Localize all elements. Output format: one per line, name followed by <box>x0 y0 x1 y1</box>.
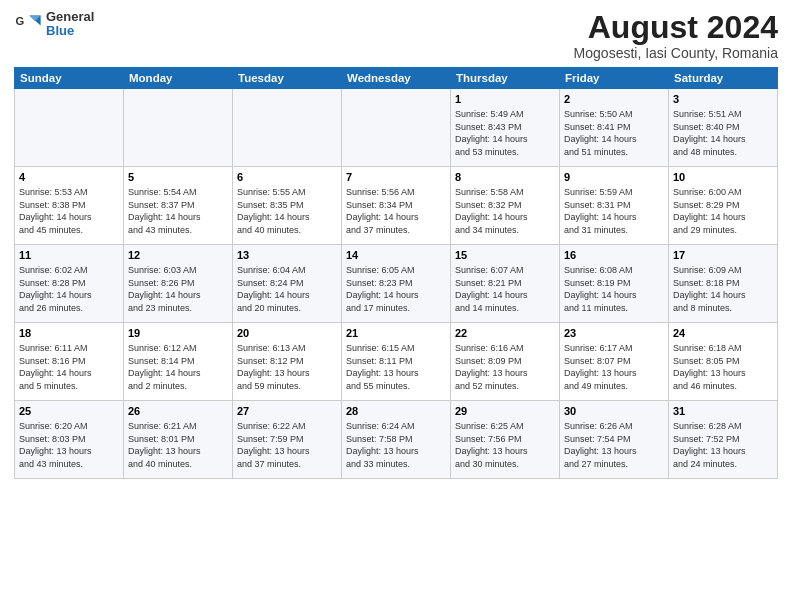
weekday-header-sunday: Sunday <box>15 68 124 89</box>
calendar-cell: 30Sunrise: 6:26 AM Sunset: 7:54 PM Dayli… <box>560 401 669 479</box>
weekday-header-monday: Monday <box>124 68 233 89</box>
day-info: Sunrise: 6:04 AM Sunset: 8:24 PM Dayligh… <box>237 264 337 314</box>
day-number: 21 <box>346 326 446 341</box>
calendar-cell <box>233 89 342 167</box>
day-number: 15 <box>455 248 555 263</box>
day-info: Sunrise: 6:25 AM Sunset: 7:56 PM Dayligh… <box>455 420 555 470</box>
day-info: Sunrise: 6:24 AM Sunset: 7:58 PM Dayligh… <box>346 420 446 470</box>
day-info: Sunrise: 6:08 AM Sunset: 8:19 PM Dayligh… <box>564 264 664 314</box>
day-info: Sunrise: 6:09 AM Sunset: 8:18 PM Dayligh… <box>673 264 773 314</box>
day-info: Sunrise: 6:16 AM Sunset: 8:09 PM Dayligh… <box>455 342 555 392</box>
day-number: 9 <box>564 170 664 185</box>
day-info: Sunrise: 6:11 AM Sunset: 8:16 PM Dayligh… <box>19 342 119 392</box>
day-number: 5 <box>128 170 228 185</box>
calendar-cell: 25Sunrise: 6:20 AM Sunset: 8:03 PM Dayli… <box>15 401 124 479</box>
calendar-cell: 2Sunrise: 5:50 AM Sunset: 8:41 PM Daylig… <box>560 89 669 167</box>
day-number: 2 <box>564 92 664 107</box>
weekday-header-friday: Friday <box>560 68 669 89</box>
day-info: Sunrise: 6:20 AM Sunset: 8:03 PM Dayligh… <box>19 420 119 470</box>
day-info: Sunrise: 5:50 AM Sunset: 8:41 PM Dayligh… <box>564 108 664 158</box>
calendar-cell: 22Sunrise: 6:16 AM Sunset: 8:09 PM Dayli… <box>451 323 560 401</box>
day-number: 19 <box>128 326 228 341</box>
day-number: 20 <box>237 326 337 341</box>
calendar-cell: 10Sunrise: 6:00 AM Sunset: 8:29 PM Dayli… <box>669 167 778 245</box>
logo: G General Blue <box>14 10 94 39</box>
day-info: Sunrise: 6:07 AM Sunset: 8:21 PM Dayligh… <box>455 264 555 314</box>
calendar-week-1: 4Sunrise: 5:53 AM Sunset: 8:38 PM Daylig… <box>15 167 778 245</box>
weekday-header-row: SundayMondayTuesdayWednesdayThursdayFrid… <box>15 68 778 89</box>
header: G General Blue August 2024 Mogosesti, Ia… <box>14 10 778 61</box>
day-info: Sunrise: 6:22 AM Sunset: 7:59 PM Dayligh… <box>237 420 337 470</box>
calendar-cell: 23Sunrise: 6:17 AM Sunset: 8:07 PM Dayli… <box>560 323 669 401</box>
subtitle: Mogosesti, Iasi County, Romania <box>574 45 778 61</box>
day-number: 29 <box>455 404 555 419</box>
calendar-cell: 1Sunrise: 5:49 AM Sunset: 8:43 PM Daylig… <box>451 89 560 167</box>
day-number: 30 <box>564 404 664 419</box>
calendar-cell: 29Sunrise: 6:25 AM Sunset: 7:56 PM Dayli… <box>451 401 560 479</box>
calendar-cell: 31Sunrise: 6:28 AM Sunset: 7:52 PM Dayli… <box>669 401 778 479</box>
day-number: 16 <box>564 248 664 263</box>
calendar-cell: 21Sunrise: 6:15 AM Sunset: 8:11 PM Dayli… <box>342 323 451 401</box>
day-info: Sunrise: 6:21 AM Sunset: 8:01 PM Dayligh… <box>128 420 228 470</box>
day-number: 7 <box>346 170 446 185</box>
day-number: 26 <box>128 404 228 419</box>
calendar-cell <box>124 89 233 167</box>
calendar-cell: 5Sunrise: 5:54 AM Sunset: 8:37 PM Daylig… <box>124 167 233 245</box>
calendar-cell: 11Sunrise: 6:02 AM Sunset: 8:28 PM Dayli… <box>15 245 124 323</box>
calendar-cell: 28Sunrise: 6:24 AM Sunset: 7:58 PM Dayli… <box>342 401 451 479</box>
day-number: 18 <box>19 326 119 341</box>
day-info: Sunrise: 5:54 AM Sunset: 8:37 PM Dayligh… <box>128 186 228 236</box>
day-info: Sunrise: 6:18 AM Sunset: 8:05 PM Dayligh… <box>673 342 773 392</box>
calendar-cell: 14Sunrise: 6:05 AM Sunset: 8:23 PM Dayli… <box>342 245 451 323</box>
calendar-cell: 12Sunrise: 6:03 AM Sunset: 8:26 PM Dayli… <box>124 245 233 323</box>
title-block: August 2024 Mogosesti, Iasi County, Roma… <box>574 10 778 61</box>
calendar-week-4: 25Sunrise: 6:20 AM Sunset: 8:03 PM Dayli… <box>15 401 778 479</box>
calendar-cell: 17Sunrise: 6:09 AM Sunset: 8:18 PM Dayli… <box>669 245 778 323</box>
day-info: Sunrise: 5:51 AM Sunset: 8:40 PM Dayligh… <box>673 108 773 158</box>
day-info: Sunrise: 6:00 AM Sunset: 8:29 PM Dayligh… <box>673 186 773 236</box>
weekday-header-wednesday: Wednesday <box>342 68 451 89</box>
calendar-week-2: 11Sunrise: 6:02 AM Sunset: 8:28 PM Dayli… <box>15 245 778 323</box>
day-info: Sunrise: 6:03 AM Sunset: 8:26 PM Dayligh… <box>128 264 228 314</box>
calendar-cell: 19Sunrise: 6:12 AM Sunset: 8:14 PM Dayli… <box>124 323 233 401</box>
day-info: Sunrise: 6:12 AM Sunset: 8:14 PM Dayligh… <box>128 342 228 392</box>
day-number: 27 <box>237 404 337 419</box>
day-info: Sunrise: 5:56 AM Sunset: 8:34 PM Dayligh… <box>346 186 446 236</box>
logo-general-label: General <box>46 10 94 24</box>
weekday-header-tuesday: Tuesday <box>233 68 342 89</box>
day-number: 11 <box>19 248 119 263</box>
calendar-cell: 4Sunrise: 5:53 AM Sunset: 8:38 PM Daylig… <box>15 167 124 245</box>
calendar-table: SundayMondayTuesdayWednesdayThursdayFrid… <box>14 67 778 479</box>
calendar-cell: 24Sunrise: 6:18 AM Sunset: 8:05 PM Dayli… <box>669 323 778 401</box>
svg-text:G: G <box>15 16 24 28</box>
day-number: 24 <box>673 326 773 341</box>
day-number: 14 <box>346 248 446 263</box>
day-info: Sunrise: 6:02 AM Sunset: 8:28 PM Dayligh… <box>19 264 119 314</box>
day-number: 31 <box>673 404 773 419</box>
day-number: 28 <box>346 404 446 419</box>
day-info: Sunrise: 5:59 AM Sunset: 8:31 PM Dayligh… <box>564 186 664 236</box>
calendar-cell: 15Sunrise: 6:07 AM Sunset: 8:21 PM Dayli… <box>451 245 560 323</box>
day-info: Sunrise: 6:17 AM Sunset: 8:07 PM Dayligh… <box>564 342 664 392</box>
page-container: G General Blue August 2024 Mogosesti, Ia… <box>0 0 792 612</box>
calendar-cell: 13Sunrise: 6:04 AM Sunset: 8:24 PM Dayli… <box>233 245 342 323</box>
day-info: Sunrise: 6:13 AM Sunset: 8:12 PM Dayligh… <box>237 342 337 392</box>
calendar-cell: 9Sunrise: 5:59 AM Sunset: 8:31 PM Daylig… <box>560 167 669 245</box>
day-info: Sunrise: 6:15 AM Sunset: 8:11 PM Dayligh… <box>346 342 446 392</box>
calendar-cell <box>342 89 451 167</box>
day-info: Sunrise: 5:53 AM Sunset: 8:38 PM Dayligh… <box>19 186 119 236</box>
day-number: 10 <box>673 170 773 185</box>
calendar-week-0: 1Sunrise: 5:49 AM Sunset: 8:43 PM Daylig… <box>15 89 778 167</box>
day-number: 8 <box>455 170 555 185</box>
day-number: 23 <box>564 326 664 341</box>
day-number: 17 <box>673 248 773 263</box>
day-info: Sunrise: 5:49 AM Sunset: 8:43 PM Dayligh… <box>455 108 555 158</box>
day-number: 12 <box>128 248 228 263</box>
day-info: Sunrise: 6:26 AM Sunset: 7:54 PM Dayligh… <box>564 420 664 470</box>
logo-icon: G <box>14 10 42 38</box>
calendar-cell <box>15 89 124 167</box>
weekday-header-saturday: Saturday <box>669 68 778 89</box>
day-info: Sunrise: 5:58 AM Sunset: 8:32 PM Dayligh… <box>455 186 555 236</box>
calendar-week-3: 18Sunrise: 6:11 AM Sunset: 8:16 PM Dayli… <box>15 323 778 401</box>
calendar-cell: 20Sunrise: 6:13 AM Sunset: 8:12 PM Dayli… <box>233 323 342 401</box>
